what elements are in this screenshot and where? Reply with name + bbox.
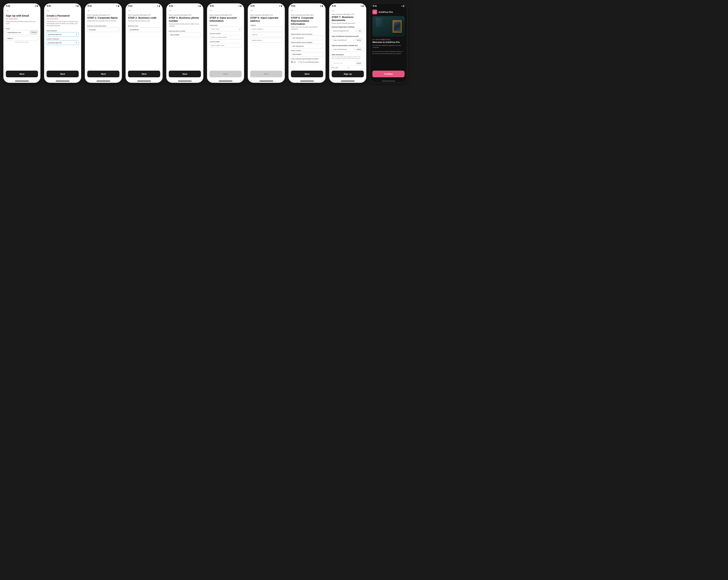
upload-placeholder: Upload file here <box>333 62 355 64</box>
rep-korean-input[interactable] <box>291 35 323 40</box>
screen-step6: 9:41 ▾ ▮ ← Enter Corporate Information (… <box>288 3 326 83</box>
battery-icon-3: ▮ <box>118 5 119 7</box>
radio-yes-dot <box>291 61 293 63</box>
screen-step4: 9:41 ▾ ▮ ← Enter Corporate Information (… <box>207 3 244 83</box>
file-item: File_1.pdf ✕ <box>332 66 364 69</box>
confirm-button[interactable]: Confirm <box>372 71 405 77</box>
home-bar-3 <box>97 81 110 81</box>
upload-other-btn[interactable]: Upload <box>355 62 362 65</box>
back-button-3[interactable]: ← <box>85 8 122 13</box>
radio-no-dot <box>298 61 300 63</box>
back-button-6[interactable]: ← <box>207 8 244 13</box>
back-button-7[interactable]: ← <box>248 8 285 13</box>
status-icons-6: ▾ ▮ <box>239 5 241 7</box>
account-holder-label: Account holder <box>209 41 242 43</box>
status-icons-5: ▾ ▮ <box>198 5 201 7</box>
upload-btn-2[interactable]: Upload <box>355 39 362 42</box>
wifi-icon-6: ▾ <box>239 5 240 7</box>
radio-group: Yes No, I'm an authorized person <box>291 61 323 63</box>
back-button-2[interactable]: ← <box>44 8 81 13</box>
screen-step1: 9:41 ▾ ▮ ← Enter Corporate Information (… <box>84 3 122 83</box>
next-button-2[interactable]: Next <box>47 71 79 77</box>
account-number-input[interactable] <box>209 35 242 39</box>
app-name: ArtnPrice Pro <box>379 11 393 13</box>
search-address-input[interactable] <box>250 27 282 31</box>
home-bar-2 <box>56 81 70 81</box>
next-button-4[interactable]: Next <box>128 71 160 77</box>
upload-btn-1[interactable]: true <box>357 29 362 32</box>
rep-phone-input[interactable] <box>291 52 323 57</box>
battery-icon-4: ▮ <box>159 5 160 7</box>
screen-step7: 9:41 ▾ ▮ ← Enter Corporate Information (… <box>329 3 367 83</box>
doc-row-3: Copy of bankbook.pdf ✕ Upload <box>332 47 364 52</box>
email-label: Email <box>6 28 38 30</box>
status-icons-7: ▾ ▮ <box>279 5 282 7</box>
screen-desc-8: Please enter the corporate representativ… <box>291 26 323 30</box>
upload-btn-3[interactable]: Upload <box>355 48 362 51</box>
doc-remove-2[interactable]: ✕ <box>353 39 355 41</box>
biz-phone-input[interactable] <box>169 32 201 37</box>
battery-icon-9: ▮ <box>362 5 363 7</box>
next-button-6[interactable]: Next <box>209 71 242 77</box>
screen-title-2: Create a Password <box>47 14 79 17</box>
home-bar-6 <box>219 81 232 81</box>
screen-title-3: STEP 1: Corporate Name <box>87 16 120 19</box>
welcome-msg: Dear 에이에스엠엘코리아(유), <box>372 39 405 40</box>
file-remove[interactable]: ✕ <box>348 67 364 68</box>
confirm-password-input[interactable] <box>47 40 79 45</box>
select-bank-label: Select bank <box>209 24 242 26</box>
rep-english-input[interactable] <box>291 44 323 48</box>
back-button-1[interactable]: ← <box>3 8 41 13</box>
doc-section-2: Copy of bankbook (corporate account) Cop… <box>332 35 364 43</box>
wifi-icon-2: ▾ <box>76 5 77 7</box>
status-icons-2: ▾ ▮ <box>76 5 78 7</box>
otp-input[interactable] <box>6 36 38 41</box>
doc-remove-1[interactable]: ✕ <box>355 30 357 32</box>
detail-address-input[interactable] <box>250 38 282 43</box>
next-button-7[interactable]: Next <box>250 71 282 77</box>
battery-icon-10: ▮ <box>403 5 404 7</box>
eye-icon-1[interactable]: 👁 <box>76 33 77 35</box>
screen-title-5: STEP 3: Business phone number <box>169 16 201 22</box>
wifi-icon-8: ▾ <box>320 5 321 7</box>
back-button-4[interactable]: ← <box>126 8 162 13</box>
back-button-5[interactable]: ← <box>166 8 203 13</box>
radio-no[interactable]: No, I'm an authorized person <box>298 61 319 63</box>
wifi-icon: ▾ <box>35 5 36 7</box>
next-button-5[interactable]: Next <box>169 71 201 77</box>
back-button-8[interactable]: ← <box>288 8 326 13</box>
next-button-1[interactable]: Next <box>6 71 38 77</box>
status-bar-2: 9:41 ▾ ▮ <box>44 3 81 8</box>
doc-remove-3[interactable]: ✕ <box>353 48 355 50</box>
step-label-8: Enter Corporate Information (6/7) <box>291 14 323 16</box>
time-6: 9:41 <box>210 5 214 7</box>
status-bar-6: 9:41 ▾ ▮ <box>207 3 244 8</box>
address-input[interactable] <box>250 32 282 37</box>
eye-icon-2[interactable]: 👁 <box>76 42 77 44</box>
next-button-8[interactable]: Next <box>291 71 323 77</box>
screen-welcome: 9:41 ▾ ▮ AN ArtnPrice Pro Dear 에이에스엠엘코리아… <box>370 3 407 83</box>
email-input[interactable] <box>6 30 29 35</box>
for-corp-label-1: For Corporation <box>6 18 38 20</box>
status-bar-9: 9:41 ▾ ▮ <box>329 3 366 8</box>
bank-select[interactable]: Select bank <box>209 27 242 31</box>
screen-title-4: STEP 2: Business code <box>128 16 160 19</box>
resend-button[interactable]: Resend <box>30 30 38 35</box>
home-bar-9 <box>341 81 355 81</box>
biz-code-label: Business code <box>128 25 160 27</box>
new-password-input[interactable] <box>47 32 79 37</box>
status-bar-7: 9:41 ▾ ▮ <box>248 3 285 8</box>
file-item-name: File_1.pdf <box>332 67 348 68</box>
corp-name-input[interactable] <box>87 27 120 32</box>
wifi-icon-7: ▾ <box>279 5 280 7</box>
account-holder-input[interactable] <box>209 43 242 48</box>
next-button-3[interactable]: Next <box>87 71 120 77</box>
wifi-icon-5: ▾ <box>198 5 199 7</box>
signup-button[interactable]: Sign up <box>332 71 364 77</box>
upload-area: Upload file here Upload <box>332 61 364 66</box>
new-password-label: New Password <box>47 30 79 32</box>
other-docs-note: You can upload files with extensions lik… <box>332 56 364 60</box>
radio-yes[interactable]: Yes <box>291 61 296 63</box>
back-button-9[interactable]: ← <box>329 8 366 13</box>
biz-code-input[interactable] <box>128 27 160 32</box>
